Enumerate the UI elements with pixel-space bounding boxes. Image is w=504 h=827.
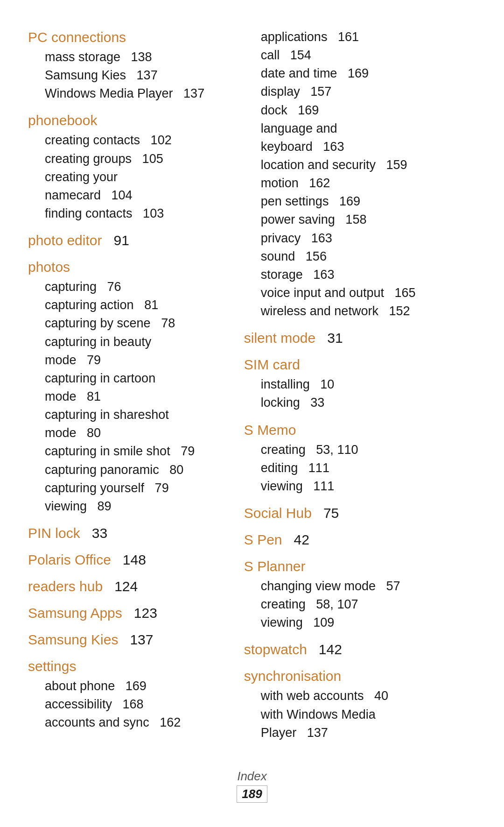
section-title-samsung-apps: Samsung Apps 123 (28, 604, 221, 622)
section-photos: photos capturing 76 capturing action 81 … (28, 258, 221, 516)
section-social-hub: Social Hub 75 (244, 504, 476, 522)
footer-label: Index (28, 769, 476, 784)
item-capturing-smile-shot: capturing in smile shot 79 (28, 442, 221, 460)
item-creating-s-memo: creating 53, 110 (244, 441, 476, 459)
section-readers-hub: readers hub 124 (28, 577, 221, 595)
item-date-and-time: date and time 169 (244, 64, 476, 83)
section-title-photos: photos (28, 258, 221, 276)
item-creating-namecard: creating yournamecard 104 (28, 168, 221, 205)
section-title-photo-editor: photo editor 91 (28, 231, 221, 249)
item-installing: installing 10 (244, 375, 476, 394)
item-location-and-security: location and security 159 (244, 156, 476, 174)
section-pin-lock: PIN lock 33 (28, 524, 221, 542)
item-capturing-beauty-mode: capturing in beautymode 79 (28, 333, 221, 369)
section-samsung-apps: Samsung Apps 123 (28, 604, 221, 622)
section-stopwatch: stopwatch 142 (244, 640, 476, 658)
section-s-memo: S Memo creating 53, 110 editing 111 view… (244, 421, 476, 495)
page: PC connections mass storage 138 Samsung … (0, 0, 504, 827)
item-privacy: privacy 163 (244, 229, 476, 247)
section-settings: settings about phone 169 accessibility 1… (28, 657, 221, 732)
item-capturing-shareshot-mode: capturing in shareshotmode 80 (28, 406, 221, 442)
section-title-silent-mode: silent mode 31 (244, 329, 476, 347)
section-pc-connections: PC connections mass storage 138 Samsung … (28, 28, 221, 103)
item-creating-groups: creating groups 105 (28, 150, 221, 168)
section-title-s-memo: S Memo (244, 421, 476, 439)
section-title-settings: settings (28, 657, 221, 675)
item-with-web-accounts: with web accounts 40 (244, 687, 476, 705)
section-title-s-planner: S Planner (244, 557, 476, 575)
item-creating-s-planner: creating 58, 107 (244, 595, 476, 614)
item-creating-contacts: creating contacts 102 (28, 131, 221, 149)
content-columns: PC connections mass storage 138 Samsung … (28, 28, 476, 750)
item-motion: motion 162 (244, 174, 476, 192)
item-pen-settings: pen settings 169 (244, 192, 476, 211)
item-changing-view-mode: changing view mode 57 (244, 577, 476, 595)
section-silent-mode: silent mode 31 (244, 329, 476, 347)
footer-page-number: 189 (237, 785, 267, 803)
section-phonebook: phonebook creating contacts 102 creating… (28, 111, 221, 223)
section-title-pc-connections: PC connections (28, 28, 221, 46)
section-title-pin-lock: PIN lock 33 (28, 524, 221, 542)
item-dock: dock 169 (244, 101, 476, 120)
item-accounts-and-sync: accounts and sync 162 (28, 714, 221, 732)
item-viewing-s-planner: viewing 109 (244, 614, 476, 632)
item-viewing-photos: viewing 89 (28, 497, 221, 516)
item-capturing-cartoon-mode: capturing in cartoonmode 81 (28, 369, 221, 406)
item-accessibility: accessibility 168 (28, 695, 221, 714)
item-capturing-by-scene: capturing by scene 78 (28, 314, 221, 332)
item-power-saving: power saving 158 (244, 211, 476, 229)
item-viewing-s-memo: viewing 111 (244, 477, 476, 495)
item-capturing-yourself: capturing yourself 79 (28, 479, 221, 497)
item-capturing-action: capturing action 81 (28, 296, 221, 314)
section-sim-card: SIM card installing 10 locking 33 (244, 355, 476, 412)
item-capturing-panoramic: capturing panoramic 80 (28, 461, 221, 479)
section-title-social-hub: Social Hub 75 (244, 504, 476, 522)
item-wireless-and-network: wireless and network 152 (244, 302, 476, 320)
section-s-planner: S Planner changing view mode 57 creating… (244, 557, 476, 632)
section-title-samsung-kies: Samsung Kies 137 (28, 630, 221, 649)
item-voice-input-and-output: voice input and output 165 (244, 284, 476, 302)
settings-continued: applications 161 call 154 date and time … (244, 28, 476, 320)
item-about-phone: about phone 169 (28, 677, 221, 695)
section-title-polaris-office: Polaris Office 148 (28, 551, 221, 569)
item-language-and-keyboard: language andkeyboard 163 (244, 120, 476, 156)
item-display: display 157 (244, 83, 476, 101)
section-title-readers-hub: readers hub 124 (28, 577, 221, 595)
section-title-s-pen: S Pen 42 (244, 530, 476, 549)
item-sound: sound 156 (244, 247, 476, 266)
page-footer: Index 189 (28, 769, 476, 803)
section-s-pen: S Pen 42 (244, 530, 476, 549)
section-title-phonebook: phonebook (28, 111, 221, 129)
item-samsung-kies-pc: Samsung Kies 137 (28, 66, 221, 85)
left-column: PC connections mass storage 138 Samsung … (28, 28, 239, 750)
item-locking: locking 33 (244, 394, 476, 412)
item-editing-s-memo: editing 111 (244, 459, 476, 477)
item-mass-storage: mass storage 138 (28, 48, 221, 66)
item-call: call 154 (244, 46, 476, 64)
item-capturing: capturing 76 (28, 278, 221, 296)
section-polaris-office: Polaris Office 148 (28, 551, 221, 569)
item-storage: storage 163 (244, 266, 476, 284)
section-title-synchronisation: synchronisation (244, 667, 476, 685)
section-samsung-kies: Samsung Kies 137 (28, 630, 221, 649)
item-finding-contacts: finding contacts 103 (28, 205, 221, 223)
item-with-windows-media-player: with Windows MediaPlayer 137 (244, 706, 476, 742)
section-title-stopwatch: stopwatch 142 (244, 640, 476, 658)
section-title-sim-card: SIM card (244, 355, 476, 374)
section-synchronisation: synchronisation with web accounts 40 wit… (244, 667, 476, 742)
right-column: applications 161 call 154 date and time … (239, 28, 476, 750)
section-photo-editor: photo editor 91 (28, 231, 221, 249)
item-applications: applications 161 (244, 28, 476, 46)
item-windows-media-player-pc: Windows Media Player 137 (28, 85, 221, 103)
